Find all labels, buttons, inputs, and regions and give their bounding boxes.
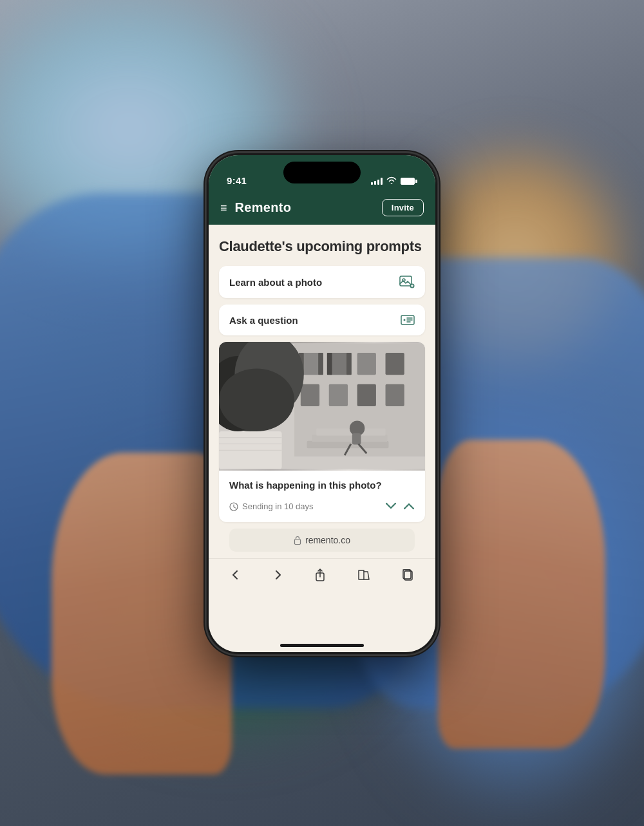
chevron-down-icon[interactable] [385,500,397,513]
photo-image [219,342,425,471]
lock-icon [294,536,301,545]
app-header: ≡ Remento Invite [209,191,435,225]
header-left: ≡ Remento [220,200,291,215]
content-area: Claudette's upcoming prompts Learn about… [209,225,435,559]
browser-url: remento.co [305,535,350,545]
clock-icon [229,502,238,511]
status-icons [371,176,417,186]
menu-icon[interactable]: ≡ [220,202,227,214]
svg-rect-16 [357,384,376,406]
chevron-up-icon[interactable] [403,500,415,513]
svg-point-4 [404,319,406,321]
learn-photo-card[interactable]: Learn about a photo [219,266,425,298]
svg-rect-14 [301,384,319,406]
sending-info: Sending in 10 days [229,502,314,511]
battery-icon [401,178,417,185]
dynamic-island [283,162,361,183]
ask-question-card[interactable]: Ask a question [219,305,425,335]
svg-rect-38 [294,540,300,545]
back-icon[interactable] [225,564,246,589]
wifi-icon [386,176,397,186]
phone-shell: 9:41 [206,153,438,655]
svg-rect-19 [318,353,323,375]
svg-point-25 [219,369,294,432]
status-time: 9:41 [227,175,247,186]
forward-icon[interactable] [267,564,288,589]
copy-icon[interactable] [397,563,419,590]
question-icon [401,314,415,326]
app-title: Remento [235,200,292,215]
meta-actions [385,500,415,513]
phone-screen: 9:41 [209,155,435,652]
photo-meta: Sending in 10 days [219,496,425,522]
ask-question-label: Ask a question [229,315,298,326]
books-icon[interactable] [352,564,375,589]
photo-card: What is happening in this photo? Sending… [219,342,425,522]
phone: 9:41 [206,153,438,655]
svg-rect-30 [352,433,361,445]
power-button [438,256,440,307]
svg-rect-12 [357,353,376,375]
svg-rect-0 [400,276,412,286]
home-indicator [280,644,364,647]
learn-photo-label: Learn about a photo [229,277,322,288]
page-title: Claudette's upcoming prompts [219,238,425,256]
photo-add-icon [399,275,415,289]
photo-caption: What is happening in this photo? [219,471,425,496]
svg-rect-15 [329,384,348,406]
svg-rect-13 [386,353,404,375]
bottom-nav [209,558,435,594]
browser-bar: remento.co [229,529,415,552]
svg-rect-21 [346,353,352,375]
svg-rect-17 [386,384,404,406]
share-icon[interactable] [309,563,331,590]
svg-rect-20 [327,353,332,375]
signal-icon [371,177,383,185]
invite-button[interactable]: Invite [382,199,424,216]
